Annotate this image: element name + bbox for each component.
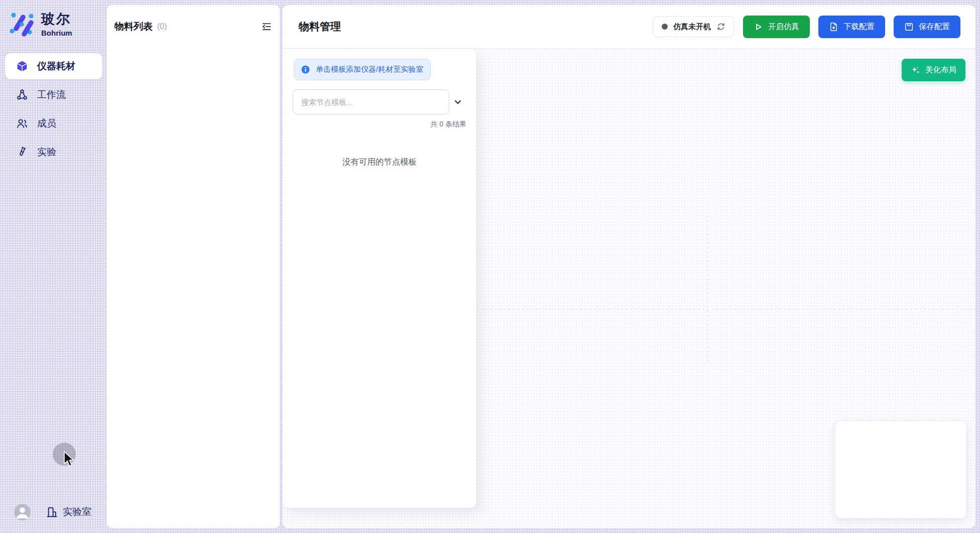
beautify-layout-button[interactable]: 美化布局 bbox=[902, 59, 965, 81]
save-config-button[interactable]: 保存配置 bbox=[894, 16, 960, 38]
sidebar-item-label: 仪器耗材 bbox=[37, 60, 75, 73]
brand-logo: 玻尔 Bohrium bbox=[9, 10, 72, 37]
material-list-header: 物料列表 (0) bbox=[107, 20, 280, 33]
avatar[interactable] bbox=[14, 504, 31, 520]
bohrium-logo-icon bbox=[9, 11, 35, 37]
template-hint-banner: 单击模板添加仪器/耗材至实验室 bbox=[294, 59, 431, 80]
save-icon bbox=[904, 22, 914, 32]
material-list-panel: 物料列表 (0) bbox=[107, 5, 280, 528]
sparkles-icon bbox=[911, 65, 921, 75]
sidebar-item-members[interactable]: 成员 bbox=[5, 110, 102, 137]
app-window: 玻尔 Bohrium 仪器耗材 工作流 bbox=[0, 0, 980, 533]
sidebar-item-experiment[interactable]: 实验 bbox=[5, 139, 102, 165]
sidebar-item-instruments[interactable]: 仪器耗材 bbox=[5, 53, 102, 79]
file-download-icon bbox=[829, 22, 838, 32]
avatar-person-icon bbox=[14, 504, 31, 520]
template-hint-text: 单击模板添加仪器/耗材至实验室 bbox=[316, 65, 423, 74]
main-panel: 物料管理 仿真未开机 开启仿真 bbox=[283, 5, 975, 528]
minimap[interactable] bbox=[835, 421, 967, 518]
experiment-icon bbox=[16, 146, 28, 158]
brand-name-cn: 玻尔 bbox=[41, 10, 72, 28]
material-list-count: (0) bbox=[157, 22, 167, 31]
start-simulation-button[interactable]: 开启仿真 bbox=[743, 16, 810, 38]
main-header: 物料管理 仿真未开机 开启仿真 bbox=[283, 5, 975, 49]
template-search-input[interactable] bbox=[293, 89, 449, 114]
refresh-icon[interactable] bbox=[716, 22, 725, 31]
lab-switcher[interactable]: 实验室 bbox=[46, 505, 91, 518]
building-icon bbox=[46, 506, 58, 518]
brand-text: 玻尔 Bohrium bbox=[41, 10, 72, 37]
page-title: 物料管理 bbox=[299, 20, 341, 34]
template-result-count: 共 0 条结果 bbox=[293, 120, 466, 129]
sidebar-item-workflow[interactable]: 工作流 bbox=[5, 82, 102, 108]
download-config-button[interactable]: 下载配置 bbox=[818, 16, 885, 38]
start-simulation-label: 开启仿真 bbox=[768, 22, 799, 32]
chevron-down-icon[interactable] bbox=[449, 93, 466, 110]
download-config-label: 下载配置 bbox=[843, 22, 875, 32]
node-template-panel: 单击模板添加仪器/耗材至实验室 共 0 条结果 没有可用的节点模板 bbox=[283, 49, 476, 508]
brand-name-en: Bohrium bbox=[41, 29, 72, 37]
lab-label: 实验室 bbox=[63, 505, 91, 518]
sidebar-item-label: 工作流 bbox=[37, 88, 66, 101]
sidebar-footer: 实验室 bbox=[0, 502, 107, 522]
simulation-status-pill: 仿真未开机 bbox=[653, 16, 734, 37]
canvas-guide-vertical bbox=[707, 216, 708, 364]
members-icon bbox=[16, 117, 28, 129]
info-icon bbox=[301, 65, 310, 74]
header-actions: 仿真未开机 开启仿真 bbox=[653, 16, 960, 38]
mouse-cursor bbox=[63, 451, 75, 469]
workflow-icon bbox=[16, 89, 28, 101]
sidebar-nav: 仪器耗材 工作流 成员 bbox=[5, 53, 102, 168]
collapse-panel-icon[interactable] bbox=[261, 21, 272, 32]
beautify-layout-label: 美化布局 bbox=[925, 65, 956, 75]
sidebar: 玻尔 Bohrium 仪器耗材 工作流 bbox=[0, 0, 107, 533]
template-empty-text: 没有可用的节点模板 bbox=[293, 157, 466, 168]
save-config-label: 保存配置 bbox=[919, 22, 950, 32]
cube-icon bbox=[16, 60, 28, 72]
template-search-row bbox=[293, 89, 466, 114]
material-list-title: 物料列表 bbox=[114, 20, 153, 33]
sidebar-item-label: 成员 bbox=[37, 117, 56, 130]
layout-canvas[interactable]: 单击模板添加仪器/耗材至实验室 共 0 条结果 没有可用的节点模板 bbox=[283, 49, 975, 528]
status-dot-icon bbox=[662, 24, 668, 30]
simulation-status-text: 仿真未开机 bbox=[673, 22, 711, 32]
play-icon bbox=[754, 22, 763, 32]
sidebar-item-label: 实验 bbox=[37, 146, 56, 159]
